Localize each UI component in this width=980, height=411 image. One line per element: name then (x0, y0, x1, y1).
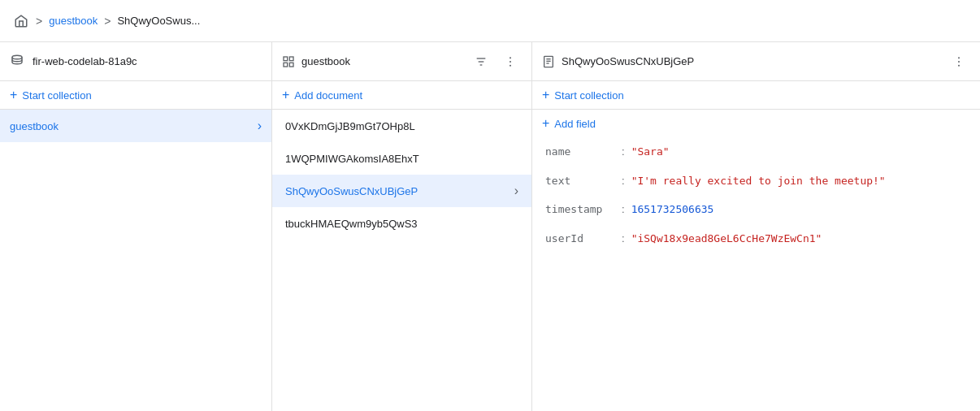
chevron-right-icon-doc: › (514, 184, 518, 198)
fields-header-actions (947, 50, 970, 73)
home-icon[interactable] (13, 13, 29, 29)
add-collection-label: Start collection (22, 89, 91, 102)
field-colon-name: : (622, 144, 625, 160)
document-collection-icon (282, 55, 295, 68)
field-colon-userid: : (622, 231, 625, 247)
field-value-text: "I'm really excited to join the meetup!" (631, 173, 886, 189)
plus-icon-col3-sc: + (542, 88, 549, 102)
breadcrumb-sep-2: > (104, 15, 111, 28)
svg-rect-1 (284, 57, 288, 61)
field-colon-text: : (622, 173, 625, 189)
add-document-button[interactable]: + Add document (272, 81, 531, 110)
plus-icon-col3-af: + (542, 116, 549, 131)
fields-list: name : "Sara" text : "I'm really excited… (532, 137, 980, 411)
breadcrumb-current: ShQwyOoSwus... (117, 15, 200, 27)
field-key-userid: userId (545, 231, 618, 247)
add-document-label: Add document (294, 89, 362, 102)
svg-point-8 (510, 57, 511, 58)
breadcrumb-bar: > guestbook > ShQwyOoSwus... (0, 0, 980, 42)
doc-item-1[interactable]: 1WQPMIWGAkomsIA8EhxT (272, 142, 531, 175)
doc-id-1: 1WQPMIWGAkomsIA8EhxT (285, 153, 419, 165)
project-header: fir-web-codelab-81a9c (0, 42, 271, 81)
field-key-name: name (545, 144, 618, 160)
doc-item-2[interactable]: ShQwyOoSwusCNxUBjGeP › (272, 175, 531, 207)
svg-rect-4 (289, 63, 293, 67)
fields-header: ShQwyOoSwusCNxUBjGeP (532, 42, 980, 81)
doc-id-2: ShQwyOoSwusCNxUBjGeP (285, 185, 418, 197)
svg-point-15 (958, 57, 960, 58)
field-row-userid: userId : "iSQw18x9ead8GeL6CcHe7WzEwCn1" (532, 224, 980, 253)
start-collection-button-col3[interactable]: + Start collection (532, 81, 980, 110)
svg-rect-2 (289, 57, 293, 61)
documents-list: 0VxKDmGjJB9mGt7OHp8L 1WQPMIWGAkomsIA8Ehx… (272, 110, 531, 411)
field-row-timestamp: timestamp : 1651732506635 (532, 195, 980, 224)
svg-point-0 (12, 55, 22, 59)
more-vert-button-col2[interactable] (499, 50, 522, 73)
plus-icon-col2: + (282, 88, 289, 102)
main-layout: fir-web-codelab-81a9c + Start collection… (0, 42, 980, 411)
add-field-button[interactable]: + Add field (532, 110, 980, 137)
field-value-name: "Sara" (631, 144, 670, 160)
filter-button[interactable] (470, 50, 492, 73)
svg-point-9 (510, 61, 511, 63)
field-row-name: name : "Sara" (532, 137, 980, 167)
field-key-timestamp: timestamp (545, 201, 618, 218)
doc-icon-col3 (542, 55, 555, 68)
svg-point-16 (958, 61, 960, 63)
project-name: fir-web-codelab-81a9c (33, 55, 137, 67)
add-collection-button[interactable]: + Start collection (0, 81, 271, 110)
svg-point-10 (510, 64, 511, 66)
doc-item-0[interactable]: 0VxKDmGjJB9mGt7OHp8L (272, 110, 531, 142)
doc-item-3[interactable]: tbuckHMAEQwm9yb5QwS3 (272, 207, 531, 240)
breadcrumb-guestbook[interactable]: guestbook (49, 15, 98, 27)
col-collections: fir-web-codelab-81a9c + Start collection… (0, 42, 272, 411)
breadcrumb-sep-1: > (36, 15, 42, 28)
collection-item-guestbook[interactable]: guestbook › (0, 110, 271, 142)
doc-id-0: 0VxKDmGjJB9mGt7OHp8L (285, 120, 415, 132)
documents-header-actions (470, 50, 522, 73)
svg-rect-3 (284, 63, 288, 67)
field-value-timestamp: 1651732506635 (631, 201, 714, 218)
more-vert-button-col3[interactable] (947, 50, 970, 73)
col-documents: guestbook + Add document (272, 42, 532, 411)
field-value-userid: "iSQw18x9ead8GeL6CcHe7WzEwCn1" (631, 231, 822, 247)
database-icon (10, 54, 26, 70)
fields-header-title: ShQwyOoSwusCNxUBjGeP (562, 55, 941, 67)
col-fields: ShQwyOoSwusCNxUBjGeP + Start collection … (532, 42, 980, 411)
collections-list: guestbook › (0, 110, 271, 411)
field-row-text: text : "I'm really excited to join the m… (532, 167, 980, 196)
svg-point-17 (958, 64, 960, 66)
plus-icon-col1: + (10, 88, 17, 102)
start-collection-label-col3: Start collection (554, 89, 623, 102)
documents-header-title: guestbook (301, 55, 463, 67)
chevron-right-icon: › (258, 119, 262, 133)
field-key-text: text (545, 173, 618, 189)
collection-item-label: guestbook (10, 120, 59, 132)
field-colon-timestamp: : (622, 201, 625, 218)
add-field-label: Add field (554, 118, 596, 130)
doc-id-3: tbuckHMAEQwm9yb5QwS3 (285, 218, 418, 230)
documents-header: guestbook (272, 42, 531, 81)
